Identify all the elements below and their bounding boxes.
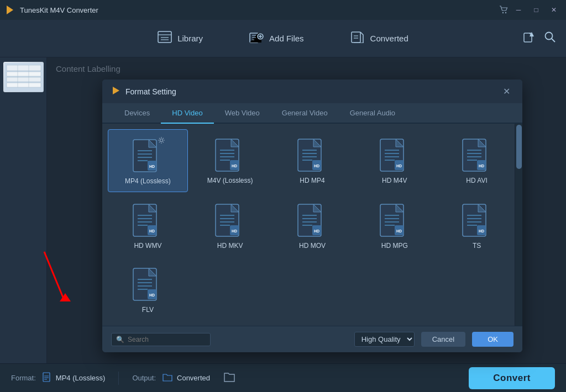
content-area: Content Labelling Format Setting ✕ [47,57,566,363]
format-icon-wrap: HD [214,203,245,237]
tab-general-video[interactable]: General Video [271,103,339,124]
format-item[interactable]: HD M4V (Lossless) [190,129,270,192]
quality-select[interactable]: High Quality [354,332,415,347]
format-label: HD MOV [299,242,326,250]
search-small-icon: 🔍 [116,336,124,343]
search-icon[interactable] [544,31,556,46]
toolbar-add-files[interactable]: Add Files [243,28,311,50]
format-item[interactable]: HD HD MOV [272,194,353,256]
svg-text:HD: HD [314,229,319,233]
svg-text:HD: HD [396,229,402,233]
cancel-button[interactable]: Cancel [421,332,465,347]
app-logo-icon [4,4,15,15]
add-files-label: Add Files [269,34,304,43]
search-box: 🔍 [111,333,211,346]
status-format: Format: MP4 (Lossless) [11,372,105,384]
ok-button[interactable]: OK [472,332,513,347]
add-files-icon [249,31,264,46]
svg-text:HD: HD [149,293,155,297]
toolbar-library[interactable]: Library [151,28,209,50]
format-label: M4V (Lossless) [207,177,253,184]
svg-rect-18 [7,65,41,71]
format-item[interactable]: HD HD M4V [354,129,434,192]
format-item[interactable]: HD MP4 (Lossless) [108,129,188,192]
format-item[interactable]: HD HD AVI [437,129,517,192]
format-label: FLV [142,306,154,314]
format-file-icon: HD [462,138,491,172]
status-output: Output: Converted [132,371,235,385]
svg-text:HD: HD [149,229,155,233]
tab-devices[interactable]: Devices [113,103,161,124]
svg-point-32 [160,139,163,142]
library-icon [158,31,172,46]
close-button[interactable]: ✕ [546,3,562,17]
convert-button[interactable]: Convert [469,367,555,389]
format-label: TS [473,242,481,250]
app-title: TunesKit M4V Converter [20,6,98,14]
dialog-footer: 🔍 High Quality Cancel OK [102,326,522,352]
format-icon-wrap: HD [462,138,492,172]
svg-text:HD: HD [149,165,155,168]
svg-line-16 [552,39,555,42]
output-label: Output: [132,374,156,382]
svg-rect-3 [158,31,171,43]
svg-point-2 [505,12,506,13]
tab-web-video[interactable]: Web Video [214,103,271,124]
status-bar: Format: MP4 (Lossless) Output: Converted… [0,363,566,392]
format-grid: HD MP4 (Lossless) HD M4V (Lossless) HD H… [108,129,517,320]
quality-select-wrap: High Quality [354,332,415,347]
format-file-icon: HD [297,138,327,172]
format-file-icon: HD [214,203,244,237]
dialog-close-button[interactable]: ✕ [500,85,513,98]
browse-folder-button[interactable] [223,371,235,385]
format-label: Format: [11,374,36,382]
cart-icon [499,5,509,15]
gear-icon[interactable] [158,136,165,146]
format-file-icon: HD [379,138,409,172]
format-label: HD M4V [382,177,407,184]
format-label: HD WMV [134,242,161,250]
svg-text:HD: HD [232,229,237,233]
format-file-icon: HD [379,203,409,237]
format-icon-wrap: HD [132,203,163,237]
title-bar-left: TunesKit M4V Converter [4,4,98,15]
format-file-icon [43,372,51,384]
svg-text:HD: HD [479,164,484,168]
format-icon-wrap: HD [297,203,328,237]
tab-hd-video[interactable]: HD Video [161,103,213,124]
converted-label: Converted [370,34,408,43]
svg-rect-20 [7,77,41,82]
thumbnail-image [3,62,44,92]
format-label: HD MP4 [300,177,324,184]
format-icon-wrap: HD [132,139,163,173]
format-item[interactable]: HD FLV [108,258,188,320]
format-icon-wrap: HD [214,138,245,172]
status-separator [118,372,119,385]
main-area: Content Labelling Format Setting ✕ [0,57,566,363]
format-item[interactable]: HD HD MKV [190,194,270,256]
format-icon-wrap: HD [297,138,328,172]
search-input[interactable] [128,336,200,343]
thumbnail-item[interactable] [3,62,44,92]
format-item[interactable]: HD HD WMV [108,194,188,256]
format-item[interactable]: HD TS [437,194,517,256]
format-label: MP4 (Lossless) [125,177,171,185]
format-icon-wrap: HD [379,203,410,237]
format-item[interactable]: HD HD MP4 [272,129,353,192]
maximize-button[interactable]: □ [528,3,544,17]
format-item[interactable]: HD HD MPG [354,194,434,256]
toolbar: Library Add Files Converted [0,20,566,57]
toolbar-converted[interactable]: Converted [344,28,415,50]
title-bar: TunesKit M4V Converter ─ □ ✕ [0,0,566,20]
format-label: HD MKV [217,242,243,250]
dialog-header: Format Setting ✕ [102,80,522,103]
svg-text:HD: HD [479,229,484,233]
sidebar [0,57,47,363]
tab-general-audio[interactable]: General Audio [339,103,406,124]
svg-rect-11 [352,32,360,43]
format-icon-wrap: HD [132,267,163,301]
converted-icon [350,31,365,46]
scrollbar[interactable] [515,124,522,326]
minimize-button[interactable]: ─ [511,3,526,17]
share-icon[interactable] [523,31,535,46]
